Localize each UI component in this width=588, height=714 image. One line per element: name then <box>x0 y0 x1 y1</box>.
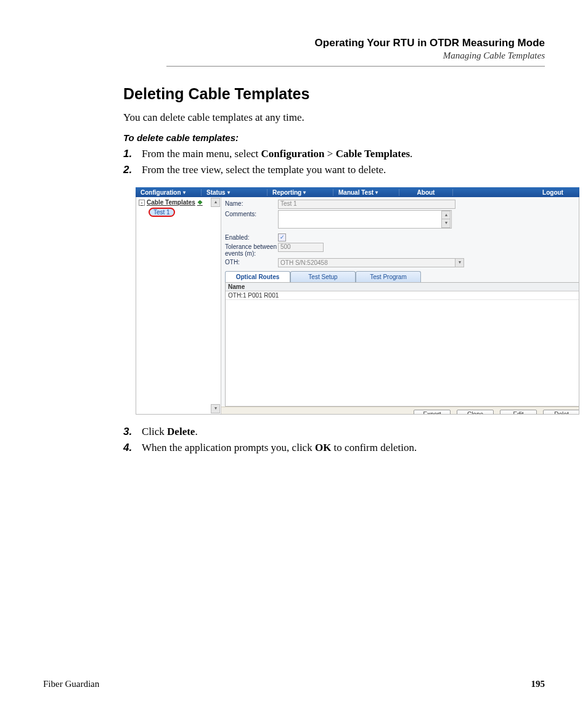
header-rule <box>166 66 545 67</box>
dropdown-arrow-icon: ▾ <box>375 190 378 195</box>
step-1: 1. From the main menu, select Configurat… <box>123 148 545 160</box>
page-footer: Fiber Guardian 195 <box>43 679 545 689</box>
step-number: 3. <box>123 426 142 438</box>
dropdown-button[interactable]: ▾ <box>455 258 464 267</box>
step-bold: Cable Templates <box>336 148 410 160</box>
dropdown-arrow-icon: ▾ <box>303 190 306 195</box>
tab-test-setup[interactable]: Test Setup <box>290 271 356 282</box>
menu-about[interactable]: About <box>399 189 453 196</box>
procedure-heading: To delete cable templates: <box>123 132 545 143</box>
menu-configuration[interactable]: Configuration▾ <box>136 189 202 196</box>
step-number: 1. <box>123 148 142 160</box>
template-icon: ❖ <box>197 199 203 206</box>
step-number: 2. <box>123 164 142 176</box>
grid-row[interactable]: OTH:1 P001 R001 <box>226 291 579 300</box>
menu-reporting[interactable]: Reporting▾ <box>267 189 333 196</box>
step-number: 4. <box>123 442 142 454</box>
comments-label: Comments: <box>225 210 278 217</box>
tree-child-item[interactable]: Test 1 <box>149 208 175 217</box>
tab-test-program[interactable]: Test Program <box>356 271 421 282</box>
scroll-down-button[interactable]: ▾ <box>441 219 451 228</box>
step-bold: OK <box>315 442 331 453</box>
step-text: . <box>195 426 197 437</box>
tab-optical-routes[interactable]: Optical Routes <box>225 271 290 282</box>
step-3: 3. Click Delete. <box>123 426 545 438</box>
name-label: Name: <box>225 200 278 207</box>
clone-button[interactable]: Clone <box>457 410 494 414</box>
step-text: When the application prompts you, click <box>142 442 315 453</box>
step-text: From the tree view, select the template … <box>142 164 386 176</box>
comments-textarea[interactable]: ▴ ▾ <box>278 210 452 229</box>
tolerance-input[interactable]: 500 <box>278 243 324 252</box>
enabled-checkbox[interactable]: ✓ <box>278 233 286 241</box>
menu-status[interactable]: Status▾ <box>202 189 267 196</box>
export-button[interactable]: Export <box>414 410 451 414</box>
step-2: 2. From the tree view, select the templa… <box>123 164 545 176</box>
tree-root-label: Cable Templates <box>147 199 195 206</box>
routes-grid: Name OTH:1 P001 R001 <box>225 282 579 407</box>
page-number: 195 <box>531 679 545 689</box>
scroll-up-button[interactable]: ▴ <box>211 198 220 207</box>
embedded-screenshot: Configuration▾ Status▾ Reporting▾ Manual… <box>136 187 579 415</box>
tree-root-item[interactable]: - Cable Templates ❖ <box>139 199 218 206</box>
step-bold: Configuration <box>261 148 325 160</box>
step-text: to confirm deletion. <box>331 442 417 453</box>
step-bold: Delete <box>167 426 195 437</box>
section-subtitle: Managing Cable Templates <box>166 51 545 61</box>
section-title: Deleting Cable Templates <box>123 85 545 103</box>
menu-manual-test[interactable]: Manual Test▾ <box>333 189 399 196</box>
grid-header: Name <box>226 283 579 291</box>
oth-value: OTH S/N:520458 <box>280 259 328 266</box>
chapter-title: Operating Your RTU in OTDR Measuring Mod… <box>166 37 545 49</box>
step-text: > <box>325 148 336 160</box>
oth-select[interactable]: OTH S/N:520458 <box>278 258 455 267</box>
step-text: Click <box>142 426 167 437</box>
form-panel: Name: Test 1 Comments: ▴ ▾ Enabled: ✓ To… <box>221 197 579 414</box>
oth-label: OTH: <box>225 258 278 266</box>
enabled-label: Enabled: <box>225 233 278 241</box>
menu-logout[interactable]: Logout <box>526 189 579 196</box>
product-name: Fiber Guardian <box>43 679 99 689</box>
step-text: From the main menu, select <box>142 148 261 160</box>
menu-bar: Configuration▾ Status▾ Reporting▾ Manual… <box>136 187 579 197</box>
tab-strip: Optical Routes Test Setup Test Program <box>225 271 575 282</box>
name-input[interactable]: Test 1 <box>278 200 455 209</box>
delete-button[interactable]: Delet <box>543 410 579 414</box>
collapse-icon: - <box>139 200 145 206</box>
dropdown-arrow-icon: ▾ <box>227 190 230 195</box>
scroll-down-button[interactable]: ▾ <box>211 404 220 413</box>
tolerance-label: Tolerance between events (m): <box>225 243 278 257</box>
intro-paragraph: You can delete cable templates at any ti… <box>123 112 545 124</box>
step-text: . <box>410 148 412 160</box>
dropdown-arrow-icon: ▾ <box>183 190 186 195</box>
button-row: Export Clone Edit Delet <box>221 407 579 414</box>
step-4: 4. When the application prompts you, cli… <box>123 442 545 454</box>
edit-button[interactable]: Edit <box>500 410 537 414</box>
tree-panel: ▴ - Cable Templates ❖ Test 1 ▾ <box>136 197 221 414</box>
